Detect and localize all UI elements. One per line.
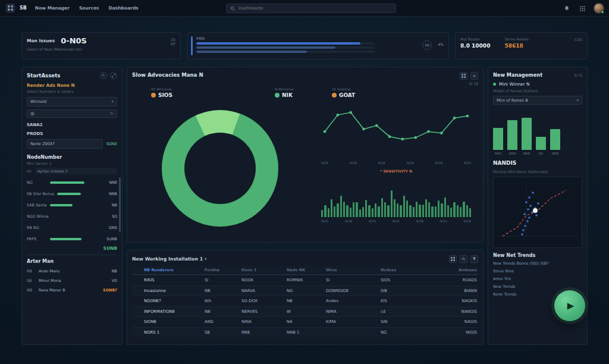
grid-view-icon[interactable] xyxy=(449,255,457,263)
count-badge[interactable]: 10 xyxy=(422,40,432,50)
expand-icon[interactable] xyxy=(110,72,117,79)
table-row[interactable]: NORS 1 SB NNE NNB 1 NG NIGIS xyxy=(132,327,478,338)
column-header[interactable]: Nedess xyxy=(381,268,414,272)
management-input[interactable]: ▾ xyxy=(493,96,582,105)
online-status-dot xyxy=(601,10,604,14)
refresh-icon[interactable]: ↻ xyxy=(100,72,107,79)
line-chart-x-labels: NOSNOBNOBNONNONNOS xyxy=(321,161,471,165)
legend-caption: 05 Winnerss xyxy=(151,87,172,91)
legend-value: NIK xyxy=(282,92,293,98)
table-card: New Working Installation 1 ▾ NB Renderer… xyxy=(127,250,484,345)
user-avatar[interactable] xyxy=(594,3,604,14)
fab-play-button[interactable]: ▶ xyxy=(554,290,585,321)
node-list-subheader[interactable]: Ayrton Indores 2 xyxy=(35,168,117,174)
menu-icon[interactable]: ≡ xyxy=(470,72,478,80)
footer-name: Minor Mona xyxy=(39,278,108,283)
search-input[interactable] xyxy=(238,6,392,11)
metric-label: NO xyxy=(27,180,47,185)
chevron-down-icon[interactable]: ▾ xyxy=(111,99,114,104)
metric-row[interactable]: NO NNE xyxy=(27,177,117,188)
table-row[interactable]: Invasionne NB NARVA NG DOWNSIDE SIB BIAN… xyxy=(132,285,478,296)
totals-left-label: Not Router xyxy=(460,37,490,41)
management-input-field[interactable] xyxy=(497,98,574,103)
trend-link[interactable]: New Trends xyxy=(493,284,582,289)
trend-link[interactable]: Anne Trin xyxy=(493,277,582,281)
column-header[interactable]: Nade NK xyxy=(287,268,326,272)
bell-icon[interactable] xyxy=(563,4,571,12)
nav-item-sources[interactable]: Sources xyxy=(79,5,99,11)
metric-bar xyxy=(50,238,81,240)
metric-row[interactable]: PRPS SUNB xyxy=(27,233,117,244)
footer-row[interactable]: NB Rene Maner B SONB? xyxy=(27,285,117,295)
metric-row[interactable]: RB NO DNS xyxy=(27,222,117,233)
chevron-down-icon[interactable]: ▾ xyxy=(576,98,579,103)
footer-row[interactable]: SB Minor Mona VO xyxy=(27,276,117,285)
filter-input-1-field[interactable] xyxy=(30,99,109,104)
table-title[interactable]: New Working Installation 1 ▾ xyxy=(132,256,207,262)
legend-dot xyxy=(275,93,280,98)
dashboard-page: SB Now Manager Sources Dashboards Mon Is… xyxy=(0,0,609,364)
app-logo-icon[interactable] xyxy=(6,4,15,12)
metric-list: NO NNE SB Siler Bonus NNB SAB Santa NB N… xyxy=(27,177,117,244)
filter-input-2-field[interactable] xyxy=(30,111,108,116)
footer-row[interactable]: RB Ando Mens NB xyxy=(27,266,117,276)
metric-bar xyxy=(57,193,81,195)
stat-card-totals: Not Router 8.0 10000 Serve Assess 58618 … xyxy=(455,32,588,59)
column-header[interactable]: Ferdna xyxy=(205,268,241,272)
metric-row[interactable]: SAB Santa NB xyxy=(27,199,117,211)
refresh-icon[interactable]: ↻ xyxy=(110,111,114,116)
column-header[interactable]: Andeese xyxy=(414,268,478,272)
trend-link[interactable]: Steve Nine xyxy=(493,269,582,274)
sensitivity-label: * SENSITIVITY N xyxy=(321,169,471,173)
volume-chart xyxy=(321,178,471,217)
stat-card-progress: PRD 10 4% xyxy=(187,32,449,59)
metric-row[interactable]: SB Siler Bonus NNB xyxy=(27,188,117,199)
legend-item[interactable]: 05 Winnerss SIOS xyxy=(151,87,172,98)
footer-value: VO xyxy=(112,278,117,283)
filters-panel: StartAssets ↻ Render Ads None N Select N… xyxy=(21,67,123,345)
management-meta: SI IS xyxy=(575,73,582,77)
percent-badge: 4% xyxy=(438,42,444,46)
status-row: Mini Winner N xyxy=(493,81,582,87)
panel-scrollbar[interactable] xyxy=(119,177,121,232)
column-header[interactable]: NB Renderers xyxy=(144,268,205,272)
column-header[interactable]: Done 1 xyxy=(241,268,287,272)
trend-link[interactable]: New Trends Bones (SID) SIB? xyxy=(493,261,582,266)
sone-link[interactable]: SONE xyxy=(106,142,117,146)
footer-name: Ando Mens xyxy=(39,269,108,274)
nav-brand[interactable]: SB xyxy=(20,5,27,11)
metric-row[interactable]: NGO Winna SO xyxy=(27,211,117,222)
legend-caption: N Winnerss xyxy=(275,87,294,91)
footer-value: NB xyxy=(112,269,117,274)
grid-view-icon[interactable] xyxy=(460,72,467,80)
table-row[interactable]: SIONE AND NINA NA KIMA SIN NAGIS xyxy=(132,316,478,327)
top-navbar: SB Now Manager Sources Dashboards xyxy=(0,0,609,17)
table-row[interactable]: INFORMATIONE NB NERVES W NIMA cd NANGIS xyxy=(132,306,478,317)
stat-issues-mini-top: 00 xyxy=(171,37,175,42)
progress-bar xyxy=(196,46,335,49)
sana-button[interactable]: SANA2 xyxy=(27,123,117,127)
filter-input-1[interactable]: ▾ xyxy=(27,97,117,106)
filter-input-2[interactable]: ↻ xyxy=(27,109,117,118)
table-header-row: NB Renderers Ferdna Done 1 Nade NK Wres … xyxy=(132,265,478,275)
apps-grid-icon[interactable] xyxy=(578,4,586,12)
legend-item[interactable]: 10 Sewerss GOAT xyxy=(332,87,355,98)
table-row[interactable]: NOONE? 6th SO-DOK NB Andes KIS NAGKIS xyxy=(132,296,478,306)
filter-section-label: Render Ads None N xyxy=(27,83,117,88)
metric-label: SB Siler Bonus xyxy=(27,192,54,196)
totals-right-value: 58618 xyxy=(504,43,529,49)
filter-input-3[interactable] xyxy=(27,139,103,149)
search-icon[interactable] xyxy=(460,255,467,263)
legend-item[interactable]: N Winnerss NIK xyxy=(275,87,294,98)
filter-input-3-field[interactable] xyxy=(30,142,99,146)
scatter-chart xyxy=(493,177,582,248)
footer-value: SONB? xyxy=(103,288,117,293)
nav-item-dashboards[interactable]: Dashboards xyxy=(109,5,139,11)
table-row[interactable]: RIKIS SI NOOK ROMNIK SI SIOS ROADS xyxy=(132,275,478,285)
filter-icon[interactable] xyxy=(470,255,478,263)
global-search[interactable] xyxy=(226,4,396,13)
stat-issues-title: Mon Issues xyxy=(27,38,55,43)
nav-item-now-manager[interactable]: Now Manager xyxy=(35,5,70,11)
node-list-title: NodeNumber xyxy=(27,155,117,160)
column-header[interactable]: Wres xyxy=(326,268,381,272)
